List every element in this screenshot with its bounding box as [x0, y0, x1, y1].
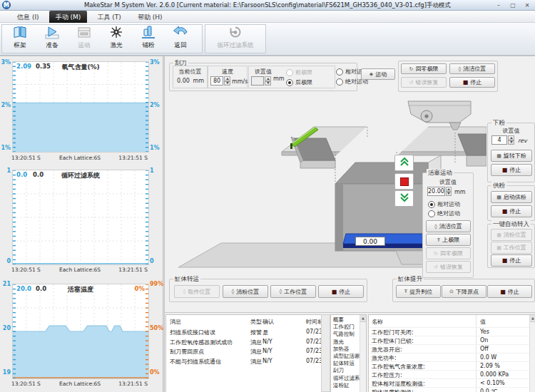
status-row[interactable]: 腔体相对湿度检测值:< 0.10%: [369, 378, 530, 387]
status-row[interactable]: 激光功率:0.0 W: [369, 353, 530, 361]
status-scrollbar[interactable]: ▲: [529, 315, 535, 392]
scraper-home-button[interactable]: ↻回零极限: [401, 63, 447, 74]
scraper-setvalue-spinner[interactable]: [251, 76, 271, 86]
piston-upper-limit-button[interactable]: Ŧ上极限: [426, 234, 471, 246]
piston-temp-plot: 20.0 0.0 活塞温度 0%: [12, 284, 149, 379]
grid-icon: ▦: [496, 232, 501, 238]
piston-motion-group: 活塞运动 设置值 20.00 mm 相对运动 绝对运动 ◊清洁位置 Ŧ上极限 ↻…: [422, 172, 474, 278]
spinner-down-icon[interactable]: [508, 140, 514, 145]
piston-radio-relative[interactable]: 相对运动: [428, 200, 460, 208]
clean-powder-position-button[interactable]: ◊清粉位置: [223, 285, 268, 298]
minimize-icon[interactable]: –: [494, 1, 504, 9]
return-button[interactable]: 返回: [165, 25, 196, 53]
panel-splitter[interactable]: [163, 56, 165, 392]
application-window: M MakeStar M System Ver. 2.6.0 [Current …: [0, 0, 535, 392]
position-icon: ◊: [183, 289, 185, 294]
powder-down-spinner[interactable]: 4: [491, 135, 514, 145]
reset-icon: ↺: [434, 264, 438, 270]
menu-item-tools[interactable]: 工具 (T): [91, 11, 127, 24]
scroll-up-icon[interactable]: ▲: [360, 315, 366, 322]
start-powder-supply-button[interactable]: ▦启动供粉: [491, 191, 532, 203]
prepare-button[interactable]: 准备: [36, 25, 68, 53]
spinner-down-icon[interactable]: [224, 81, 230, 86]
laser-button[interactable]: 激光: [101, 25, 132, 53]
stop-icon: ■: [332, 289, 337, 295]
grid-icon: ▦: [496, 153, 501, 159]
summary-item[interactable]: 概要: [331, 316, 360, 324]
maximize-icon[interactable]: ▢: [508, 1, 518, 9]
summary-item[interactable]: 溢粉缸: [331, 382, 360, 389]
scraper-speed-box: 速度 80 mm/s: [208, 66, 248, 88]
auto-stop-button[interactable]: ■停止: [491, 254, 532, 267]
summary-item[interactable]: 激光: [331, 339, 360, 346]
summary-item[interactable]: 气路控制: [331, 331, 360, 338]
scraper-speed-spinner[interactable]: 80: [210, 76, 230, 86]
close-icon[interactable]: ✕: [522, 1, 532, 9]
status-row[interactable]: 工作腔体门已锁:On: [369, 336, 530, 344]
menu-item-manual[interactable]: 手动 (M): [49, 11, 88, 24]
powder-down-stop-button[interactable]: ■停止: [491, 164, 532, 176]
chart-piston-temperature: 21 20 19 99% 50% 0% 20.0 0.0 活塞温度 0% 13:…: [0, 281, 163, 392]
laser-icon: [101, 26, 132, 41]
scraper-group: 刮刀 当前位置 0.00 mm 速度 80 mm/s 设置值 mm 前极限 后极…: [169, 63, 357, 91]
work-position-button[interactable]: ◊工作位置: [270, 285, 316, 298]
piston-down-button[interactable]: [394, 190, 414, 207]
message-table: 消息 类型 确认 时间标签 扫描系统接口错误报警是07/23/工作腔氧传感器测试…: [165, 314, 322, 392]
piston-stop-button[interactable]: [394, 173, 414, 190]
piston-radio-absolute[interactable]: 绝对运动: [428, 210, 460, 217]
home-icon: ↻: [409, 66, 414, 72]
message-row[interactable]: 扫描系统接口错误报警是07/23/: [166, 328, 322, 338]
motion-icon: [68, 26, 100, 41]
menu-item-help[interactable]: 帮助 (H): [131, 11, 169, 24]
summary-item[interactable]: 刮刀: [331, 367, 360, 374]
scraper-clean-button[interactable]: ◊清洁位置: [449, 63, 495, 74]
summary-scrollbar[interactable]: ▲: [360, 315, 366, 392]
radio-rear-limit[interactable]: 后极限: [286, 78, 312, 86]
summary-item[interactable]: 循环过滤系统: [331, 375, 360, 382]
summary-list: 概要工作腔门气路控制激光加热器成型缸活塞缸体转运刮刀循环过滤系统溢粉缸 ▲: [330, 314, 367, 392]
radio-front-limit[interactable]: 前极限: [286, 68, 312, 76]
frame-button[interactable]: 框架: [4, 25, 36, 53]
status-row[interactable]: 工作腔门可关闭:Yes: [369, 327, 530, 336]
feeder-hopper: [408, 101, 471, 130]
piston-setvalue-spinner[interactable]: 20.00: [427, 187, 452, 196]
spinner-down-icon[interactable]: [265, 81, 271, 86]
piston-clean-button[interactable]: ◊清洁位置: [426, 220, 471, 232]
lift-stop-button[interactable]: ■停止: [487, 285, 532, 298]
summary-item[interactable]: 成型缸活塞: [331, 353, 360, 360]
powder-icon: [133, 26, 164, 41]
lift-in-place-button[interactable]: Ŧ提升到位: [396, 285, 441, 298]
powder-supply-group: 供粉 ▦启动供粉 ■停止: [487, 185, 535, 221]
powder-supply-stop-button[interactable]: ■停止: [491, 205, 532, 217]
stop-icon: ■: [502, 257, 508, 264]
status-rows: 工作腔门可关闭:Yes工作腔体门已锁:On激光器开启:Off激光功率:0.0 W…: [369, 327, 530, 392]
message-row[interactable]: 工作腔氧传感器测试成功消息N/Y07/23/: [166, 338, 322, 348]
scroll-up-icon[interactable]: ▲: [530, 315, 535, 322]
status-row[interactable]: 激光器开启:Off: [369, 344, 530, 353]
stop-square-icon: [400, 177, 409, 186]
reset-icon: ↺: [409, 80, 414, 86]
status-row[interactable]: 工作腔氧气含量浓度:2.09 %: [369, 361, 530, 370]
message-row[interactable]: 不能与扫描系统通信消息N/Y07/23/: [166, 357, 322, 367]
motion-button: 运动: [68, 25, 100, 53]
rotate-powder-down-button[interactable]: ▦旋转下粉: [491, 150, 532, 162]
menu-item-info[interactable]: 信息 (I): [11, 11, 46, 24]
auto-clean-position-button: ▦清粉位置: [491, 229, 532, 241]
spinner-down-icon[interactable]: [446, 192, 452, 197]
message-rows: 扫描系统接口错误报警是07/23/工作腔氧传感器测试成功消息N/Y07/23/刮…: [166, 328, 322, 366]
summary-item[interactable]: 缸体转运: [331, 360, 360, 367]
scraper-run-button[interactable]: ◈运动: [361, 68, 395, 80]
summary-item[interactable]: 加热器: [331, 346, 360, 353]
scraper-current-position: 当前位置 0.00 mm: [173, 66, 208, 88]
summary-item[interactable]: 工作腔门: [331, 324, 360, 331]
powder-button[interactable]: 铺粉: [133, 25, 164, 53]
lower-origin-button[interactable]: ⊙下降原点: [442, 285, 486, 298]
status-row[interactable]: 工作腔压力:0.000 KPa: [369, 370, 530, 378]
message-row[interactable]: 刮刀需回原点消息N/Y07/23/: [166, 347, 322, 357]
return-icon: [165, 26, 196, 41]
transfer-stop-button[interactable]: ■停止: [318, 285, 364, 298]
status-row[interactable]: 腔体温度检测值:0.0 ℃: [369, 387, 530, 392]
piston-up-button[interactable]: [394, 155, 414, 171]
table-splitter[interactable]: [321, 314, 330, 392]
scraper-stop-button[interactable]: ■停止: [449, 77, 495, 88]
